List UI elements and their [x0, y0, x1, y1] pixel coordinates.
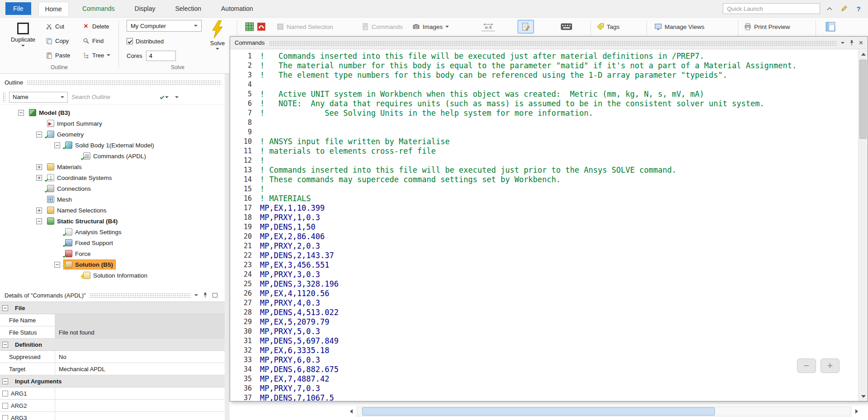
expand-icon[interactable] [36, 175, 42, 181]
paste-button[interactable]: Paste [43, 49, 72, 61]
horizontal-scroll-track[interactable] [357, 406, 851, 416]
tab-selection[interactable]: Selection [169, 2, 208, 15]
tree-item-materials[interactable]: Materials [0, 161, 225, 172]
details-field-value[interactable] [55, 412, 225, 420]
tab-automation[interactable]: Automation [215, 2, 259, 15]
manage-views-button[interactable]: Manage Views [655, 20, 704, 33]
tree-item-core[interactable]: Mesh [46, 195, 74, 204]
expand-filter-button[interactable] [159, 95, 170, 99]
tree-item-core[interactable]: Solution (B5) [64, 260, 115, 269]
details-section-file[interactable]: File [0, 302, 225, 314]
outline-search-input[interactable] [71, 92, 155, 103]
print-preview-button[interactable]: Print Preview [744, 20, 790, 33]
details-field-value[interactable]: No [55, 351, 225, 363]
collapse-icon[interactable] [36, 218, 42, 224]
tree-item-solid-body-1-external-model[interactable]: Solid Body 1(External Model) [0, 140, 225, 151]
collapse-icon[interactable] [54, 142, 60, 148]
pin-icon[interactable] [203, 292, 208, 298]
scroll-up-icon[interactable] [861, 53, 866, 56]
argument-checkbox[interactable] [2, 415, 8, 420]
cores-input[interactable] [146, 51, 176, 61]
tags-button[interactable]: Tags [597, 20, 620, 33]
named-selection-button[interactable]: Named Selection [277, 20, 333, 33]
cut-button[interactable]: Cut [43, 20, 72, 33]
tree-item-core[interactable]: Materials [46, 162, 84, 171]
tree-item-core[interactable]: Geometry [46, 130, 86, 139]
solve-target-dropdown[interactable]: My Computer [127, 20, 202, 32]
duplicate-button[interactable]: Duplicate [8, 20, 38, 63]
collapse-icon[interactable] [2, 378, 8, 384]
details-section-definition[interactable]: Definition [0, 339, 225, 351]
scroll-right-icon[interactable] [851, 406, 862, 417]
collapse-icon[interactable] [2, 342, 8, 348]
outline-filter-dropdown[interactable]: Name [9, 92, 68, 103]
tree-item-solution-information[interactable]: Solution Information [0, 270, 225, 281]
images-button[interactable]: Images [412, 20, 449, 33]
details-section-input-arguments[interactable]: Input Arguments [0, 375, 225, 387]
selection-info-button[interactable] [245, 20, 254, 33]
window-menu-icon[interactable] [841, 42, 844, 44]
quick-launch-input[interactable] [723, 3, 820, 14]
tree-item-analysis-settings[interactable]: Analysis Settings [0, 227, 225, 237]
ansys-tool-button[interactable] [257, 20, 266, 33]
keyframe-button[interactable] [561, 20, 572, 33]
collapse-ribbon-icon[interactable] [825, 4, 835, 14]
commands-insert-button[interactable]: Commands [362, 20, 403, 33]
collapse-icon[interactable] [36, 132, 42, 137]
details-field-value[interactable] [55, 387, 225, 399]
tree-item-core[interactable]: Fixed Support [64, 238, 115, 247]
details-field-value[interactable] [55, 400, 225, 411]
tree-item-geometry[interactable]: Geometry [0, 129, 225, 140]
tree-button[interactable]: Tree [80, 49, 112, 61]
collapse-icon[interactable] [54, 262, 60, 268]
commands-editor[interactable]: 1! Commands inserted into this file will… [230, 50, 858, 401]
feedback-pencil-icon[interactable] [839, 4, 849, 14]
tree-item-connections[interactable]: Connections [0, 183, 225, 194]
tab-display[interactable]: Display [128, 2, 162, 15]
commands-window-titlebar[interactable]: Commands × [230, 37, 868, 49]
expand-icon[interactable] [36, 208, 42, 213]
horizontal-scroll-thumb[interactable] [362, 407, 715, 415]
tree-item-commands-apdl[interactable]: Commands (APDL) [0, 151, 225, 161]
tree-item-coordinate-systems[interactable]: Coordinate Systems [0, 172, 225, 183]
distributed-checkbox[interactable] [127, 38, 133, 44]
tree-item-core[interactable]: Commands (APDL) [82, 151, 148, 160]
delete-button[interactable]: × Delete [80, 20, 112, 33]
collapse-icon[interactable] [18, 110, 24, 116]
tree-item-core[interactable]: Model (B3) [28, 108, 72, 117]
tree-item-core[interactable]: Static Structural (B4) [46, 217, 120, 226]
tree-item-core[interactable]: Force [64, 249, 93, 258]
outline-options-button[interactable] [174, 95, 180, 99]
tree-item-named-selections[interactable]: Named Selections [0, 205, 225, 216]
toolbar-grip[interactable] [3, 92, 5, 102]
argument-checkbox[interactable] [2, 391, 8, 396]
tab-commands[interactable]: Commands [76, 2, 121, 15]
copy-button[interactable]: Copy [43, 34, 72, 47]
tab-file[interactable]: File [5, 2, 31, 15]
tree-item-model-b3[interactable]: Model (B3) [0, 107, 225, 118]
units-button[interactable]: m ft [481, 20, 495, 33]
vertical-scrollbar[interactable] [858, 50, 868, 401]
zoom-in-button[interactable]: + [821, 359, 840, 373]
layout-button[interactable] [826, 20, 835, 33]
tree-item-solution-b5[interactable]: Solution (B5) [0, 259, 225, 270]
solve-button[interactable]: Solve [206, 19, 229, 65]
tree-item-core[interactable]: Named Selections [46, 206, 109, 215]
tree-item-static-structural-b4[interactable]: Static Structural (B4) [0, 216, 225, 227]
float-panel-icon[interactable] [212, 293, 217, 297]
horizontal-scrollbar[interactable] [346, 406, 862, 417]
pin-icon[interactable] [849, 40, 854, 46]
panel-splitter[interactable] [225, 74, 230, 420]
close-icon[interactable]: × [859, 39, 863, 47]
expand-icon[interactable] [36, 164, 42, 170]
chevron-down-icon[interactable] [194, 294, 198, 296]
find-button[interactable]: Find [80, 34, 112, 47]
tree-item-fixed-support[interactable]: Fixed Support [0, 237, 225, 248]
tree-item-core[interactable]: Connections [46, 184, 93, 193]
help-icon[interactable]: ? [854, 4, 863, 14]
tree-item-core[interactable]: Coordinate Systems [46, 173, 114, 182]
scroll-left-icon[interactable] [346, 406, 357, 417]
worksheet-toggle-button[interactable] [518, 20, 534, 33]
zoom-out-button[interactable]: − [797, 359, 816, 373]
tree-item-core[interactable]: Import Summary [46, 119, 104, 128]
